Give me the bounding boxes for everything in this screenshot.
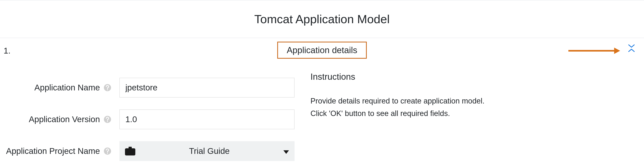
briefcase-icon	[125, 147, 135, 156]
instructions-line-2: Click 'OK' button to see all required fi…	[310, 108, 569, 119]
label-application-name: Application Name	[0, 83, 114, 92]
instructions-line-1: Provide details required to create appli…	[310, 95, 569, 106]
application-version-input[interactable]	[120, 109, 294, 129]
label-text-application-name: Application Name	[34, 83, 100, 92]
help-icon[interactable]	[104, 115, 112, 123]
control-application-name	[114, 78, 300, 97]
chevron-up-icon	[628, 48, 635, 52]
label-application-version: Application Version	[0, 115, 114, 124]
form-area: Application Name Application	[0, 72, 644, 162]
label-text-application-version: Application Version	[29, 115, 100, 124]
section-application-details: 1. Application details Appli	[0, 38, 644, 42]
svg-marker-10	[284, 150, 289, 154]
control-application-project: Trial Guide	[114, 141, 300, 161]
section-heading: Application details	[277, 42, 367, 59]
control-application-version	[114, 109, 300, 129]
page-title: Tomcat Application Model	[254, 12, 390, 26]
row-application-project: Application Project Name	[0, 135, 644, 162]
label-text-application-project: Application Project Name	[6, 146, 100, 156]
svg-point-3	[107, 89, 108, 90]
help-icon[interactable]	[104, 84, 112, 92]
title-region: Tomcat Application Model	[0, 0, 644, 38]
application-name-input[interactable]	[120, 78, 294, 97]
label-application-project: Application Project Name	[0, 146, 114, 156]
section-heading-wrap: Application details	[0, 42, 644, 59]
svg-point-5	[107, 121, 108, 122]
caret-down-icon	[284, 146, 289, 156]
svg-point-7	[107, 153, 108, 154]
expand-collapse-toggle[interactable]	[628, 44, 635, 52]
project-select-value: Trial Guide	[139, 146, 280, 156]
chevron-down-icon	[628, 44, 635, 48]
svg-rect-9	[125, 148, 135, 156]
instructions-panel: Instructions Provide details required to…	[310, 72, 569, 121]
help-icon[interactable]	[104, 147, 112, 155]
project-select[interactable]: Trial Guide	[120, 141, 294, 161]
page-root: Tomcat Application Model 1. Application …	[0, 0, 644, 162]
instructions-title: Instructions	[310, 72, 569, 82]
